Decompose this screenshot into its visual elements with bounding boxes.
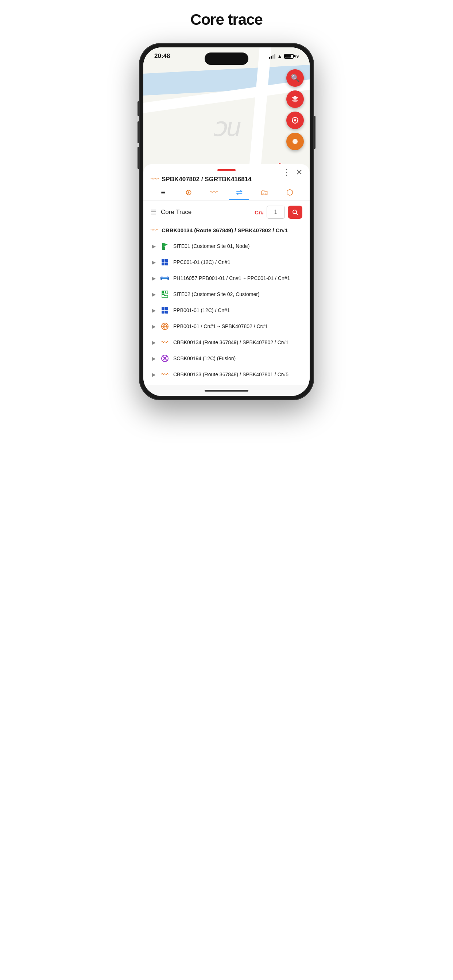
- fusion-icon: [160, 354, 170, 363]
- expand-arrow-icon: ▶: [152, 308, 156, 313]
- sheet-actions: ⋮ ✕: [283, 168, 302, 177]
- cable-orange-icon: 〰: [160, 337, 170, 347]
- cr-label: Cr#: [255, 209, 264, 215]
- expand-arrow-icon: ▶: [152, 243, 156, 249]
- tab-list[interactable]: ≡: [151, 188, 176, 200]
- layers-fab-button[interactable]: [286, 91, 304, 108]
- list-item[interactable]: ▶ PH116057 PPB001-01 / Cn#1 ~ PPC001-01 …: [144, 270, 309, 286]
- svg-rect-28: [161, 307, 164, 310]
- cr-number-input[interactable]: [266, 205, 285, 219]
- flag-icon: [160, 241, 170, 251]
- item-text: SCBK00194 (12C) (Fusion): [173, 355, 302, 361]
- search-fab-button[interactable]: 🔍: [286, 69, 304, 87]
- fab-buttons-group: 🔍: [286, 69, 304, 150]
- cable-header-item[interactable]: 〰 CBBK00134 (Route 367849) / SPBK407802 …: [144, 223, 309, 238]
- trace-list: 〰 CBBK00134 (Route 367849) / SPBK407802 …: [144, 223, 309, 385]
- tab-folder[interactable]: 🗂: [252, 188, 277, 200]
- cable-header-title: CBBK00134 (Route 367849) / SPBK407802 / …: [161, 227, 288, 233]
- expand-arrow-icon: ▶: [152, 340, 156, 345]
- bottom-sheet: ⋮ ✕ 〰 SPBK407802 / SGRTBK416814 ≡ ⊛ 〰: [144, 164, 309, 396]
- tab-trace[interactable]: 〰: [201, 188, 226, 200]
- tab-network[interactable]: ⬡: [277, 188, 302, 200]
- svg-marker-13: [163, 243, 168, 247]
- fiber-ring-icon: [160, 321, 170, 331]
- cable-orange2-icon: 〰: [160, 370, 170, 379]
- svg-rect-30: [161, 310, 164, 313]
- list-item[interactable]: ▶ SCBK00194 (12C) (Fusion): [144, 350, 309, 366]
- list-item[interactable]: ▶ PPC001-01 (12C) / Cn#1: [144, 254, 309, 270]
- svg-rect-17: [165, 262, 168, 266]
- trend-icon: 〰: [151, 175, 159, 184]
- item-text: PPB001-01 / Cn#1 ~ SPBK407802 / Cr#1: [173, 323, 302, 329]
- status-time: 20:48: [154, 52, 170, 60]
- list-item[interactable]: ▶ 〰 CBBK00134 (Route 367849) / SPBK40780…: [144, 334, 309, 350]
- svg-rect-16: [161, 262, 164, 266]
- item-text: CBBK00134 (Route 367849) / SPBK407802 / …: [173, 339, 302, 345]
- svg-rect-12: [162, 243, 163, 250]
- cable-header-icon: 〰: [151, 226, 158, 234]
- tab-connections[interactable]: ⇌: [226, 188, 252, 200]
- item-text: PPC001-01 (12C) / Cn#1: [173, 259, 302, 265]
- expand-arrow-icon: ▶: [152, 324, 156, 329]
- location-fab-button[interactable]: [286, 111, 304, 129]
- expand-arrow-icon: ▶: [152, 292, 156, 297]
- core-trace-search-button[interactable]: [288, 205, 302, 219]
- list-item[interactable]: ▶ 〰 CBBK00133 (Route 367848) / SPBK40780…: [144, 366, 309, 382]
- svg-point-21: [161, 276, 163, 278]
- hamburger-icon: ☰: [151, 208, 156, 216]
- svg-rect-15: [165, 259, 168, 262]
- expand-arrow-icon: ▶: [152, 372, 156, 377]
- svg-point-22: [167, 276, 169, 278]
- wifi-icon: ▲: [277, 53, 282, 59]
- list-item[interactable]: ▶ SITE02 (Customer Site 02, Customer): [144, 286, 309, 302]
- svg-point-39: [164, 357, 166, 360]
- expand-arrow-icon: ▶: [152, 259, 156, 265]
- svg-rect-31: [165, 310, 168, 313]
- list-item[interactable]: ▶ SCBK00177 (24C): [144, 382, 309, 385]
- svg-marker-27: [164, 294, 166, 296]
- phone-screen: 20:48 ▲ 79: [144, 48, 309, 396]
- item-text: SITE01 (Customer Site 01, Node): [173, 243, 302, 249]
- sheet-handle[interactable]: [217, 169, 236, 171]
- page-title: Core trace: [190, 11, 263, 29]
- dynamic-island: [205, 52, 248, 65]
- grid-icon: [160, 258, 170, 267]
- svg-point-3: [294, 119, 296, 121]
- list-item[interactable]: ▶ SITE01 (Customer Site 01, Node): [144, 238, 309, 254]
- volume-up-button[interactable]: [137, 121, 139, 143]
- header-id: SPBK407802 / SGRTBK416814: [161, 176, 252, 183]
- orange-dot-button[interactable]: [286, 133, 304, 150]
- expand-arrow-icon: ▶: [152, 356, 156, 361]
- status-icons: ▲ 79: [269, 53, 299, 59]
- phone-frame: 20:48 ▲ 79: [139, 43, 314, 400]
- home-indicator: [144, 385, 309, 396]
- volume-down-button[interactable]: [137, 147, 139, 169]
- connector-icon: [160, 274, 170, 283]
- svg-rect-26: [162, 293, 164, 295]
- item-text: SITE02 (Customer Site 02, Customer): [173, 291, 302, 297]
- svg-rect-24: [162, 291, 164, 293]
- svg-rect-14: [161, 259, 164, 262]
- more-options-button[interactable]: ⋮: [283, 168, 291, 177]
- svg-rect-29: [165, 307, 168, 310]
- core-trace-row: ☰ Core Trace Cr#: [144, 200, 309, 223]
- close-button[interactable]: ✕: [296, 168, 302, 177]
- volume-mute-button[interactable]: [137, 101, 139, 116]
- list-item[interactable]: ▶ PPB001-01 / Cn#1 ~ SPBK407802 / Cr#1: [144, 318, 309, 334]
- svg-marker-1: [292, 99, 298, 102]
- map-area[interactable]: ɔu 🔍: [144, 48, 309, 171]
- power-button[interactable]: [314, 116, 316, 149]
- item-text: CBBK00133 (Route 367848) / SPBK407801 / …: [173, 372, 302, 377]
- list-item[interactable]: ▶ PPB001-01 (12C) / Cn#1: [144, 302, 309, 318]
- signal-icon: [269, 54, 275, 59]
- expand-arrow-icon: ▶: [152, 275, 156, 281]
- sheet-handle-row: ⋮ ✕: [144, 164, 309, 171]
- tab-fiber[interactable]: ⊛: [176, 188, 201, 200]
- svg-point-8: [292, 139, 298, 144]
- map-decoration: ɔu: [212, 111, 241, 142]
- core-trace-label: Core Trace: [161, 208, 252, 216]
- item-text: PH116057 PPB001-01 / Cn#1 ~ PPC001-01 / …: [173, 275, 302, 281]
- home-bar: [205, 390, 248, 391]
- battery-indicator: 79: [284, 54, 299, 59]
- svg-rect-25: [165, 291, 166, 293]
